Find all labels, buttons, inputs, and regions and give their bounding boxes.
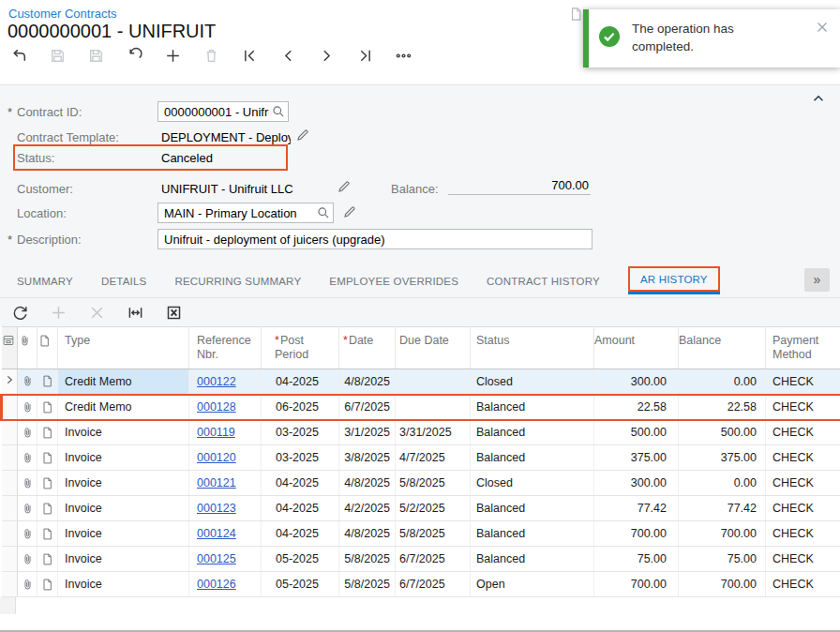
tab-overflow-button[interactable]: » [804,268,830,292]
table-row[interactable]: Invoice 000123 04-2025 4/2/2025 5/2/2025… [2,496,840,521]
cell-date[interactable]: 4/8/2025 [339,471,396,496]
cell-status[interactable]: Balanced [471,547,594,572]
cell-amount[interactable]: 75.00 [594,547,679,572]
attachment-cell[interactable] [18,572,38,597]
row-indicator-cell[interactable] [2,395,18,420]
cell-status[interactable]: Balanced [471,395,594,420]
cell-type[interactable]: Invoice [58,445,189,471]
cell-date[interactable]: 5/8/2025 [339,572,396,597]
cell-due-date[interactable] [396,395,471,420]
fit-width-button[interactable] [127,304,144,322]
location-input[interactable] [158,203,334,223]
cell-amount[interactable]: 300.00 [594,369,679,395]
collapse-form-button[interactable] [810,91,827,108]
edit-contract-template-button[interactable] [294,128,311,144]
cell-balance[interactable]: 77.42 [679,496,766,521]
attachment-cell[interactable] [18,420,38,445]
tab-contract-history[interactable]: CONTRACT HISTORY [487,265,600,296]
attachment-cell[interactable] [18,395,38,420]
cell-amount[interactable]: 700.00 [594,572,679,597]
cell-type[interactable]: Invoice [58,547,189,572]
note-cell[interactable] [38,445,58,471]
note-cell[interactable] [38,369,58,395]
delete-row-button[interactable] [88,304,106,322]
note-cell[interactable] [38,572,58,597]
cell-type[interactable]: Invoice [58,496,189,521]
column-header-balance[interactable]: Balance [679,327,766,369]
reference-link[interactable]: 000125 [197,552,236,565]
attachments-column-header[interactable] [18,327,38,369]
cell-payment-method[interactable]: CHECK [766,572,840,597]
contract-id-input[interactable] [158,101,289,122]
note-cell[interactable] [38,547,58,572]
cell-amount[interactable]: 700.00 [594,521,679,547]
cell-due-date[interactable]: 4/7/2025 [396,445,471,471]
cell-due-date[interactable]: 5/8/2025 [396,471,471,496]
reference-link[interactable]: 000126 [197,578,236,591]
note-cell[interactable] [38,521,58,547]
note-cell[interactable] [38,420,58,445]
table-row[interactable]: Invoice 000126 05-2025 5/8/2025 6/7/2025… [2,572,840,597]
cell-status[interactable]: Balanced [471,445,594,471]
table-row[interactable]: Invoice 000124 04-2025 4/8/2025 5/8/2025… [2,521,840,547]
add-button[interactable] [164,47,182,65]
cell-balance[interactable]: 700.00 [679,521,766,547]
cell-amount[interactable]: 500.00 [594,420,679,445]
tab-details[interactable]: DETAILS [101,265,146,296]
cell-payment-method[interactable]: CHECK [766,521,840,547]
cell-date[interactable]: 4/8/2025 [339,521,396,547]
cell-date[interactable]: 3/8/2025 [339,445,396,471]
undo-button[interactable] [126,47,143,65]
go-previous-button[interactable] [279,47,297,65]
row-indicator-cell[interactable] [2,445,18,471]
notes-column-header[interactable] [38,327,58,369]
row-indicator-cell[interactable] [2,471,18,496]
cell-payment-method[interactable]: CHECK [766,445,840,471]
description-input[interactable] [158,229,592,249]
search-icon[interactable] [271,104,286,119]
column-header-status[interactable]: Status [471,327,594,369]
tab-summary[interactable]: SUMMARY [17,265,73,296]
cell-post-period[interactable]: 04-2025 [262,496,339,521]
row-indicator-cell[interactable] [2,572,18,597]
table-row[interactable]: Credit Memo 000128 06-2025 6/7/2025 Bala… [2,395,840,420]
cell-due-date[interactable]: 3/31/2025 [396,420,471,445]
refresh-button[interactable] [11,304,29,322]
tab-ar-history[interactable]: AR HISTORY [628,266,720,292]
row-indicator-cell[interactable] [2,521,18,547]
cell-post-period[interactable]: 03-2025 [262,420,339,445]
cell-due-date[interactable] [396,369,471,395]
cell-date[interactable]: 3/1/2025 [339,420,396,445]
attachment-cell[interactable] [18,369,38,395]
cell-post-period[interactable]: 04-2025 [262,521,339,547]
table-row[interactable]: Invoice 000125 05-2025 5/8/2025 6/7/2025… [2,547,840,572]
cell-balance[interactable]: 0.00 [679,471,766,496]
cell-amount[interactable]: 77.42 [594,496,679,521]
table-row[interactable]: Invoice 000119 03-2025 3/1/2025 3/31/202… [2,420,840,445]
cell-date[interactable]: 4/2/2025 [339,496,396,521]
cell-due-date[interactable]: 5/2/2025 [396,496,471,521]
note-cell[interactable] [38,395,58,420]
note-cell[interactable] [38,496,58,521]
cell-type[interactable]: Invoice [58,572,189,597]
note-cell[interactable] [38,471,58,496]
tab-recurring-summary[interactable]: RECURRING SUMMARY [174,265,301,296]
row-indicator-cell[interactable] [2,547,18,572]
tab-employee-overrides[interactable]: EMPLOYEE OVERRIDES [329,265,458,296]
cell-type[interactable]: Invoice [58,521,189,547]
cell-type[interactable]: Invoice [58,420,189,445]
back-button[interactable] [10,47,28,65]
cell-due-date[interactable]: 6/7/2025 [396,547,471,572]
cell-payment-method[interactable]: CHECK [766,471,840,496]
go-next-button[interactable] [318,47,336,65]
cell-payment-method[interactable]: CHECK [766,547,840,572]
cell-payment-method[interactable]: CHECK [766,369,840,395]
column-header-type[interactable]: Type [58,327,189,369]
cell-post-period[interactable]: 04-2025 [262,471,339,496]
cell-type[interactable]: Credit Memo [58,395,189,420]
cell-due-date[interactable]: 5/8/2025 [396,521,471,547]
table-row[interactable]: Credit Memo 000122 04-2025 4/8/2025 Clos… [2,369,840,395]
cell-status[interactable]: Open [471,572,594,597]
save-button[interactable] [87,47,105,65]
save-close-button[interactable] [49,47,67,65]
